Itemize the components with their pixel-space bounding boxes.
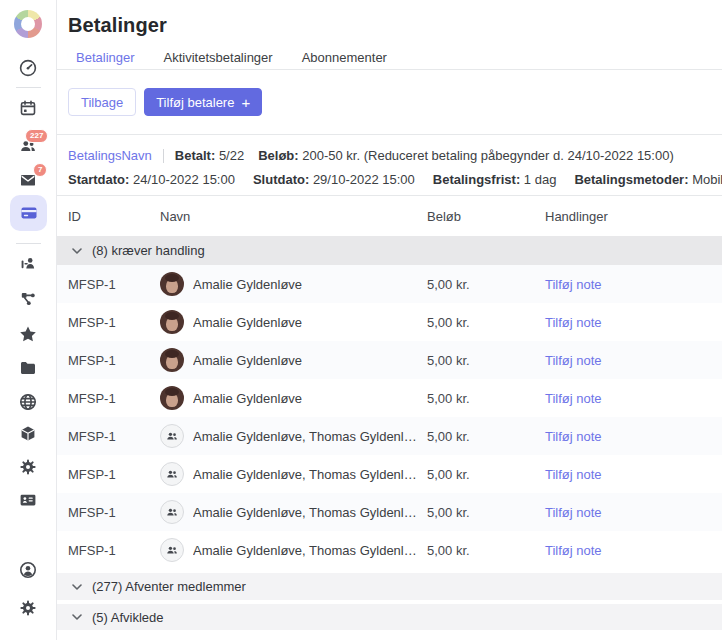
row-id: MFSP-1 [68,505,160,520]
row-id: MFSP-1 [68,467,160,482]
row-name: Amalie Gyldenløve, Thomas Gyldenløve, Lu… [193,505,417,520]
table-row[interactable]: MFSP-1 Amalie Gyldenløve 5,00 kr. Tilføj… [57,265,722,303]
add-note-link[interactable]: Tilføj note [545,543,602,558]
table-row[interactable]: MFSP-1 Amalie Gyldenløve 5,00 kr. Tilføj… [57,379,722,417]
group-icon [165,429,179,443]
row-name: Amalie Gyldenløve, Thomas Gyldenløve, Lu… [193,543,417,558]
add-note-link[interactable]: Tilføj note [545,429,602,444]
dashboard-gauge-icon [18,58,38,78]
section-label: (5) Afviklede [92,610,164,625]
app-window: 227 7 [0,0,722,640]
sidebar-item-payments[interactable] [10,195,47,231]
row-name-cell: Amalie Gyldenløve [160,272,427,296]
member-avatar [160,272,184,296]
row-name-cell: Amalie Gyldenløve, Thomas Gyldenløve, Lu… [160,500,427,524]
table-row[interactable]: MFSP-1 Amalie Gyldenløve, Thomas Gyldenl… [57,531,722,569]
row-name-cell: Amalie Gyldenløve [160,348,427,372]
sidebar-item-network[interactable] [18,289,38,309]
section-label: (277) Afventer medlemmer [92,579,246,594]
row-name: Amalie Gyldenløve [193,391,302,406]
tab-betalinger[interactable]: Betalinger [76,50,135,65]
calendar-icon [18,98,38,118]
row-id: MFSP-1 [68,391,160,406]
add-note-link[interactable]: Tilføj note [545,277,602,292]
info-field: Betalingsfrist: 1 dag [433,172,557,187]
payment-name-link[interactable]: BetalingsNavn [68,148,152,163]
sidebar-item-dashboard[interactable] [18,58,38,78]
sidebar-item-products[interactable] [18,424,38,444]
tab-abonnementer[interactable]: Abonnementer [302,50,387,65]
row-name: Amalie Gyldenløve [193,315,302,330]
table-row[interactable]: MFSP-1 Amalie Gyldenløve, Thomas Gyldenl… [57,417,722,455]
sidebar-item-website[interactable] [18,392,38,412]
sidebar-item-contacts[interactable] [18,490,38,510]
table-row[interactable]: MFSP-1 Amalie Gyldenløve 5,00 kr. Tilføj… [57,303,722,341]
sidebar-item-calendar[interactable] [18,98,38,118]
sidebar-item-settings[interactable] [18,598,38,618]
row-name: Amalie Gyldenløve, Thomas Gyldenløve, Lu… [193,467,417,482]
sidebar-divider [16,243,41,244]
row-id: MFSP-1 [68,353,160,368]
group-avatar [160,424,184,448]
add-note-link[interactable]: Tilføj note [545,505,602,520]
section-kraever-handling[interactable]: (8) kræver handling [57,236,722,265]
member-avatar [160,310,184,334]
group-avatar [160,500,184,524]
sidebar-item-favorites[interactable] [18,324,38,344]
section-afventer-medlemmer[interactable]: (277) Afventer medlemmer [57,573,722,600]
network-share-icon [18,289,38,309]
row-name-cell: Amalie Gyldenløve [160,386,427,410]
member-avatar [160,386,184,410]
sidebar-item-files[interactable] [18,358,38,378]
members-badge: 227 [25,129,48,143]
section-afviklede[interactable]: (5) Afviklede [57,604,722,630]
cube-icon [18,424,38,444]
tab-aktivitetsbetalinger[interactable]: Aktivitetsbetalinger [164,50,273,65]
add-payers-label: Tilføj betalere [156,95,234,110]
sidebar: 227 7 [0,0,57,640]
sidebar-item-coaching[interactable] [18,254,38,274]
column-navn: Navn [160,209,427,224]
add-note-link[interactable]: Tilføj note [545,467,602,482]
page-header: Betalinger Betalinger Aktivitetsbetaling… [57,0,722,70]
gear-icon [18,457,38,477]
toolbar: Tilbage Tilføj betalere + [57,70,722,135]
column-id: ID [68,209,160,224]
sidebar-item-automation[interactable] [18,457,38,477]
payment-info-line1: BetalingsNavn Betalt: 5/22Beløb: 200-50 … [68,145,722,166]
add-payers-button[interactable]: Tilføj betalere + [144,88,262,116]
row-amount: 5,00 kr. [427,277,545,292]
payment-info-line2: Startdato: 24/10-2022 15:00Slutdato: 29/… [68,169,722,190]
app-logo[interactable] [14,10,42,38]
group-icon [165,505,179,519]
add-note-link[interactable]: Tilføj note [545,391,602,406]
row-amount: 5,00 kr. [427,391,545,406]
row-id: MFSP-1 [68,429,160,444]
table-row[interactable]: MFSP-1 Amalie Gyldenløve, Thomas Gyldenl… [57,455,722,493]
settings-gear-icon [18,598,38,618]
add-note-link[interactable]: Tilføj note [545,353,602,368]
row-id: MFSP-1 [68,277,160,292]
globe-icon [18,392,38,412]
row-name: Amalie Gyldenløve [193,353,302,368]
group-avatar [160,462,184,486]
credit-card-icon [19,203,39,223]
row-name-cell: Amalie Gyldenløve, Thomas Gyldenløve, Lu… [160,462,427,486]
add-note-link[interactable]: Tilføj note [545,315,602,330]
row-name-cell: Amalie Gyldenløve, Thomas Gyldenløve, Lu… [160,424,427,448]
table-row[interactable]: MFSP-1 Amalie Gyldenløve 5,00 kr. Tilføj… [57,341,722,379]
star-icon [18,324,38,344]
payment-info: BetalingsNavn Betalt: 5/22Beløb: 200-50 … [57,135,722,196]
info-field: Slutdato: 29/10-2022 15:00 [253,172,415,187]
sidebar-item-account[interactable] [18,560,38,580]
row-amount: 5,00 kr. [427,315,545,330]
row-name: Amalie Gyldenløve [193,277,302,292]
payment-info-fields2: Startdato: 24/10-2022 15:00Slutdato: 29/… [68,172,722,187]
column-beloeb: Beløb [427,209,545,224]
chevron-down-icon [72,614,82,620]
row-amount: 5,00 kr. [427,353,545,368]
contact-card-icon [18,490,38,510]
back-button[interactable]: Tilbage [68,88,136,116]
table-row[interactable]: MFSP-1 Amalie Gyldenløve, Thomas Gyldenl… [57,493,722,531]
messages-badge: 7 [33,163,47,177]
